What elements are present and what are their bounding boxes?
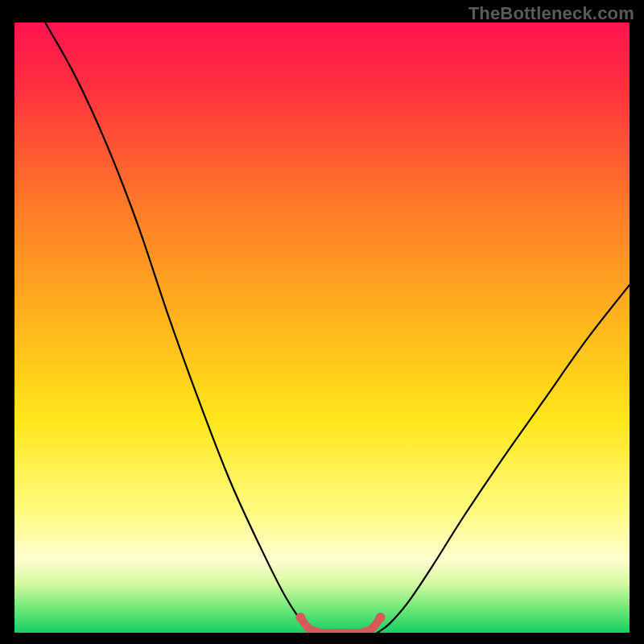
watermark-text: TheBottleneck.com	[469, 3, 634, 24]
chart-container	[14, 23, 630, 633]
valley-highlight-endpoint	[295, 613, 305, 622]
bottleneck-chart	[14, 23, 630, 633]
valley-highlight-endpoint	[376, 613, 386, 622]
chart-background	[14, 23, 630, 633]
